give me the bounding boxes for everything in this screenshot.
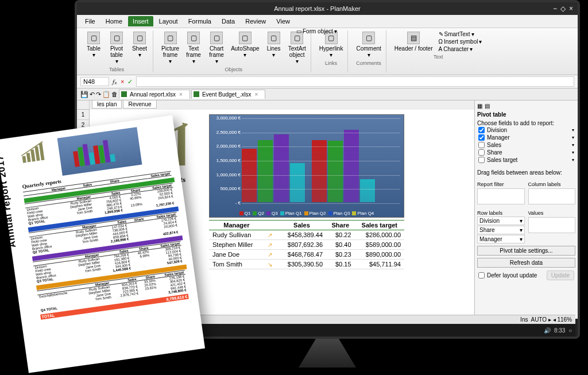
qat-icon[interactable]: 🗑 xyxy=(111,91,118,98)
menu-view[interactable]: View xyxy=(272,16,295,26)
titlebar: Annual report.xlsx - PlanMaker − ◇ × xyxy=(77,2,578,15)
table-button[interactable]: ▢Table▾ xyxy=(84,30,103,59)
qat-icon[interactable]: 📋 xyxy=(102,91,110,98)
qat-icon[interactable]: 💾 xyxy=(80,91,88,98)
tray-icon[interactable]: ○ xyxy=(568,327,572,334)
picture-button[interactable]: ▢Pictureframe▾ xyxy=(160,30,180,65)
field-checkbox[interactable] xyxy=(478,127,485,133)
cancel-icon[interactable]: × xyxy=(121,78,124,85)
formula-input[interactable] xyxy=(136,76,574,87)
formula-bar: 𝑓ₓ × ✓ xyxy=(77,75,578,88)
sheet-button[interactable]: ▢Sheet▾ xyxy=(130,30,149,59)
svg-rect-7 xyxy=(30,149,36,161)
volume-icon[interactable]: 🔊 xyxy=(544,327,551,334)
svg-rect-8 xyxy=(34,146,40,161)
minimize-icon[interactable]: − xyxy=(553,5,557,13)
menu-insert[interactable]: Insert xyxy=(128,16,153,26)
chart[interactable]: Q1Q2Q3Plan Q1Plan Q2Plan Q3Plan Q4 - €50… xyxy=(209,114,404,218)
menu-review[interactable]: Review xyxy=(241,16,270,26)
menu-file[interactable]: File xyxy=(80,16,100,26)
row-label-item[interactable]: Manager▾ xyxy=(477,235,525,243)
menu-home[interactable]: Home xyxy=(101,16,127,26)
qat-icon[interactable]: ↶ xyxy=(90,91,95,98)
field-checkbox[interactable] xyxy=(478,142,485,148)
doc-tab[interactable]: Event Budget_.xlsx× xyxy=(191,90,265,99)
menu-layout[interactable]: Layout xyxy=(154,16,183,26)
character-button[interactable]: A Character ▾ xyxy=(438,45,483,53)
ribbon: ▢Table▾▢Pivottable▾▢Sheet▾Tables ▢Pictur… xyxy=(77,28,578,75)
menu-data[interactable]: Data xyxy=(217,16,239,26)
name-box[interactable] xyxy=(80,77,109,86)
side-icon[interactable]: ▤ xyxy=(485,103,490,109)
svg-rect-5 xyxy=(22,156,26,163)
row-label-item[interactable]: Share▾ xyxy=(477,226,525,234)
refresh-data-button[interactable]: Refresh data xyxy=(477,258,575,268)
row-label-item[interactable]: Division▾ xyxy=(477,217,525,225)
autoshape-button[interactable]: ▢AutoShape▾ xyxy=(230,30,261,59)
fx-icon[interactable]: 𝑓ₓ xyxy=(113,78,117,86)
sheet-tab[interactable]: les plan xyxy=(92,100,122,109)
form-object-dropdown[interactable]: ▭ Form object ▾ xyxy=(295,28,338,35)
svg-rect-4 xyxy=(178,127,185,165)
svg-rect-9 xyxy=(39,143,45,160)
field-checkbox[interactable] xyxy=(478,149,485,156)
text-button[interactable]: ▢Textframe▾ xyxy=(184,30,203,65)
data-table: ManagerSalesShareSales targetRudy Sulliv… xyxy=(209,220,404,269)
side-icon[interactable]: ▦ xyxy=(477,103,482,109)
smarttext-button[interactable]: ✎ SmartText ▾ xyxy=(438,30,483,38)
doc-tab[interactable]: Annual report.xlsx× xyxy=(119,90,190,99)
textart-button[interactable]: ▢TextArtobject▾ xyxy=(287,30,307,65)
col-header[interactable] xyxy=(77,100,90,109)
svg-rect-6 xyxy=(26,153,31,163)
header-footer-button[interactable]: ▤Header / footer xyxy=(393,30,434,53)
close-icon[interactable]: × xyxy=(569,5,573,13)
pivot-sidepanel: ▦▤ Pivot table Choose fields to add to r… xyxy=(474,100,578,319)
row-header[interactable]: 1 xyxy=(77,110,90,120)
menu-formula[interactable]: Formula xyxy=(184,16,216,26)
qat-icon[interactable]: ↷ xyxy=(96,91,101,98)
pivot-settings-button[interactable]: Pivot table settings... xyxy=(477,246,575,256)
accept-icon[interactable]: ✓ xyxy=(127,78,133,86)
update-button[interactable]: Update xyxy=(547,270,574,280)
menubar: FileHomeInsertLayoutFormulaDataReviewVie… xyxy=(77,15,578,28)
window-title: Annual report.xlsx - PlanMaker xyxy=(274,5,360,12)
chart-button[interactable]: ▢Chartframe▾ xyxy=(207,30,226,65)
worksheet-tabs: les planRevenue xyxy=(90,100,474,110)
lines-button[interactable]: ▢Lines▾ xyxy=(264,30,284,59)
insert-symbol-button[interactable]: Ω Insert symbol ▾ xyxy=(438,38,483,45)
printed-report: Annual report 2017 Quarterly reports Man… xyxy=(0,115,205,373)
doc-tabs: 💾↶↷📋🗑Annual report.xlsx×Event Budget_.xl… xyxy=(77,88,578,100)
field-checkbox[interactable] xyxy=(478,134,485,141)
comment-button[interactable]: ▢Comment▾ xyxy=(355,30,382,59)
pivot-button[interactable]: ▢Pivottable▾ xyxy=(107,30,126,65)
field-checkbox[interactable] xyxy=(478,157,485,163)
maximize-icon[interactable]: ◇ xyxy=(560,5,566,13)
sheet-tab[interactable]: Revenue xyxy=(123,100,156,109)
defer-checkbox[interactable] xyxy=(478,272,485,279)
